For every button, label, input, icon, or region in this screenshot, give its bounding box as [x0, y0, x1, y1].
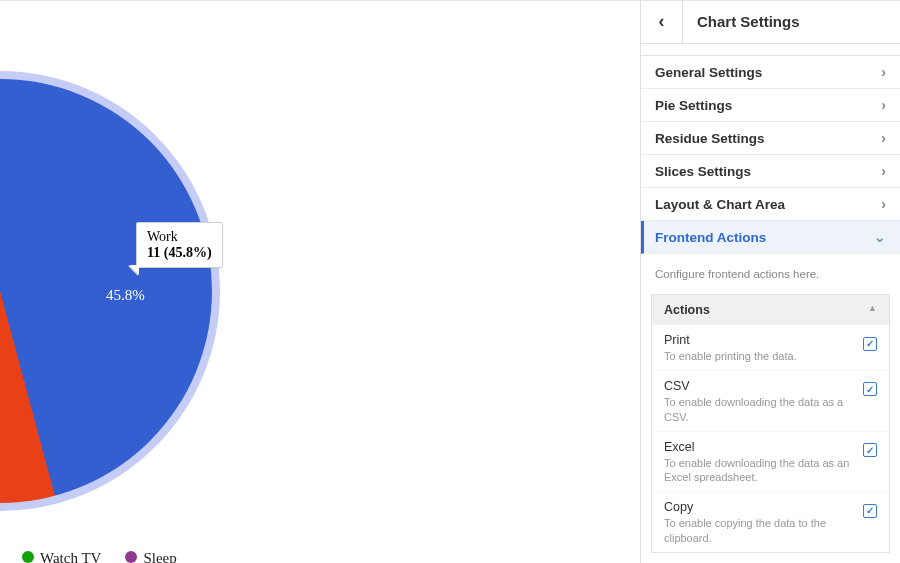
- chevron-right-icon: ›: [881, 97, 886, 113]
- legend-label: Sleep: [143, 550, 176, 563]
- legend-swatch-icon: [22, 551, 34, 563]
- legend-item[interactable]: Watch TV: [22, 550, 101, 563]
- tooltip-value: 11 (45.8%): [147, 245, 212, 260]
- action-excel-checkbox[interactable]: ✓: [863, 440, 877, 458]
- nav-residue-settings[interactable]: Residue Settings ›: [641, 122, 900, 155]
- checkmark-icon: ✓: [863, 382, 877, 396]
- action-csv-checkbox[interactable]: ✓: [863, 379, 877, 397]
- action-desc: To enable downloading the data as a CSV.: [664, 395, 877, 425]
- chart-tooltip: Work 11 (45.8%): [136, 222, 223, 268]
- chevron-down-icon: ⌄: [874, 229, 886, 245]
- nav-layout-chart-area[interactable]: Layout & Chart Area ›: [641, 188, 900, 221]
- action-label: Copy: [664, 500, 877, 514]
- nav-general-settings[interactable]: General Settings ›: [641, 56, 900, 89]
- legend-swatch-icon: [125, 551, 137, 563]
- collapse-icon[interactable]: ▲: [868, 303, 877, 317]
- legend-label: Watch TV: [40, 550, 101, 563]
- nav-label: Pie Settings: [655, 98, 732, 113]
- action-desc: To enable downloading the data as an Exc…: [664, 456, 877, 486]
- action-label: Print: [664, 333, 877, 347]
- actions-card: Actions ▲ Print To enable printing the d…: [651, 294, 890, 553]
- nav-pie-settings[interactable]: Pie Settings ›: [641, 89, 900, 122]
- nav-label: Slices Settings: [655, 164, 751, 179]
- action-label: Excel: [664, 440, 877, 454]
- tooltip-pointer-icon: [129, 265, 139, 275]
- action-excel: Excel To enable downloading the data as …: [652, 431, 889, 492]
- settings-sidebar: ‹ Chart Settings General Settings › Pie …: [640, 1, 900, 563]
- chevron-right-icon: ›: [881, 64, 886, 80]
- action-copy-checkbox[interactable]: ✓: [863, 500, 877, 518]
- back-button[interactable]: ‹: [641, 1, 683, 43]
- legend-item[interactable]: Sleep: [125, 550, 176, 563]
- tooltip-name: Work: [147, 229, 178, 244]
- action-print-checkbox[interactable]: ✓: [863, 333, 877, 351]
- nav-label: Layout & Chart Area: [655, 197, 785, 212]
- nav-label: General Settings: [655, 65, 762, 80]
- nav-label: Frontend Actions: [655, 230, 766, 245]
- actions-header: Actions: [664, 303, 710, 317]
- action-copy: Copy To enable copying the data to the c…: [652, 491, 889, 552]
- action-desc: To enable copying the data to the clipbo…: [664, 516, 877, 546]
- checkmark-icon: ✓: [863, 337, 877, 351]
- nav-label: Residue Settings: [655, 131, 765, 146]
- action-csv: CSV To enable downloading the data as a …: [652, 370, 889, 431]
- action-label: CSV: [664, 379, 877, 393]
- action-desc: To enable printing the data.: [664, 349, 877, 364]
- nav-frontend-actions[interactable]: Frontend Actions ⌄: [641, 221, 900, 254]
- chevron-right-icon: ›: [881, 130, 886, 146]
- nav-slices-settings[interactable]: Slices Settings ›: [641, 155, 900, 188]
- chevron-left-icon: ‹: [659, 11, 665, 32]
- checkmark-icon: ✓: [863, 443, 877, 457]
- chevron-right-icon: ›: [881, 196, 886, 212]
- section-note: Configure frontend actions here.: [641, 254, 900, 294]
- checkmark-icon: ✓: [863, 504, 877, 518]
- chart-canvas: 45.8% Work 11 (45.8%) Watch TV Sleep: [0, 1, 640, 563]
- slice-percent-label: 45.8%: [106, 287, 145, 304]
- action-print: Print To enable printing the data. ✓: [652, 325, 889, 370]
- panel-title: Chart Settings: [683, 13, 900, 30]
- chevron-right-icon: ›: [881, 163, 886, 179]
- chart-legend: Watch TV Sleep: [22, 550, 177, 563]
